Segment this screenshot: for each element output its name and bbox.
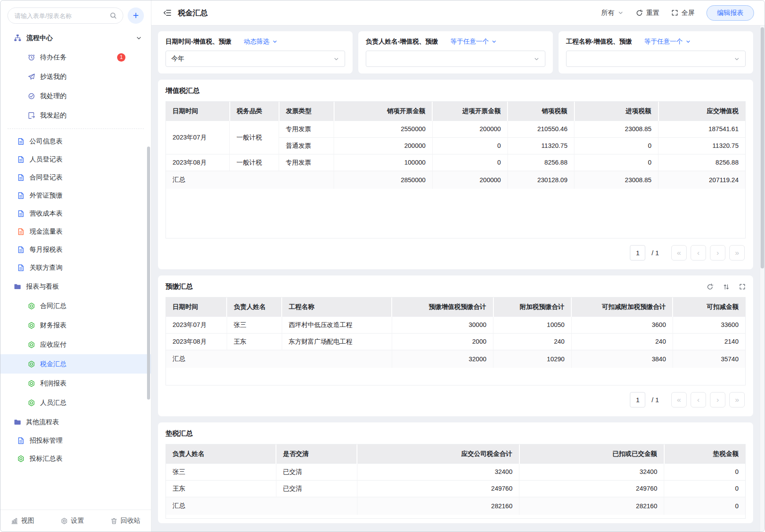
scope-label: 所有 [601,9,614,17]
refresh-icon[interactable] [706,283,714,290]
chevron-down-icon [491,39,497,44]
table-cell: 8256.88 [658,154,745,171]
report-target-icon [28,360,35,368]
sidebar-item-finance-report[interactable]: 财务报表 [0,316,151,335]
filter-op-link[interactable]: 等于任意一个 [450,37,497,46]
add-button[interactable]: + [128,7,144,24]
page-number-box[interactable]: 1 [630,392,645,407]
prepay-table: 日期时间 负责人姓名 工程名称 预缴增值税预缴合计 附加税预缴合计 可扣减附加税… [166,297,746,385]
reset-button[interactable]: 重置 [636,9,659,17]
next-page-button[interactable]: › [710,245,725,260]
sidebar-group-other-processes[interactable]: 其他流程表 [0,412,151,432]
chevron-down-icon[interactable] [136,35,142,41]
sidebar-item-bidding-management[interactable]: 招投标管理 [0,432,151,450]
views-button[interactable]: 视图 [11,517,34,525]
trash-icon [110,517,118,525]
sidebar-item-foreign-cert-prepay[interactable]: 外管证预缴 [0,187,151,205]
item-label: 投标汇总表 [29,455,63,463]
page-title: 税金汇总 [178,8,208,18]
sidebar-item-company-info[interactable]: 公司信息表 [0,132,151,150]
sidebar-scrollbar[interactable] [147,147,150,400]
search-input[interactable] [14,12,110,20]
table-cell: 282160 [357,497,519,515]
item-label: 税金汇总 [40,360,66,368]
sidebar-item-contract-summary[interactable]: 合同汇总 [0,296,151,316]
sidebar-item-handled-by-me[interactable]: 我处理的 [0,86,151,106]
next-page-button[interactable]: › [710,392,725,407]
gear-icon [61,517,68,525]
item-label: 外管证预缴 [29,191,63,200]
table-header-row: 负责人姓名 是否交清 应交公司税金合计 已扣或已交金额 垫税金额 [166,444,745,463]
sidebar-item-tax-summary[interactable]: 税金汇总 [0,354,151,374]
scope-dropdown[interactable]: 所有 [601,9,624,17]
sidebar-item-profit-report[interactable]: 利润报表 [0,374,151,393]
expand-icon[interactable] [739,283,746,290]
first-page-button[interactable]: « [671,245,687,260]
last-page-button[interactable]: » [729,392,745,407]
item-label: 关联方查询 [29,264,63,272]
filter-op-link[interactable]: 动态筛选 [244,37,278,46]
sidebar-item-personnel-register[interactable]: 人员登记表 [0,150,151,169]
vat-summary-card: 增值税汇总 日期时间 税务品类 发票类型 销项 [158,80,753,269]
table-header-row: 日期时间 负责人姓名 工程名称 预缴增值税预缴合计 附加税预缴合计 可扣减附加税… [166,297,745,316]
item-label: 人员汇总 [40,399,66,407]
sidebar-item-monthly-tax-report[interactable]: 每月报税表 [0,241,151,259]
folder-icon [14,283,21,290]
table-cell: 35740 [673,350,745,368]
prev-page-button[interactable]: ‹ [691,392,706,407]
sidebar-group-process-center[interactable]: 流程中心 [0,28,151,48]
check-circle-icon [28,92,35,100]
group-label: 其他流程表 [26,418,59,426]
sidebar-item-cash-flow[interactable]: 现金流量表 [0,223,151,241]
page-number-box[interactable]: 1 [630,245,645,260]
pagination: 1 / 1 « ‹ › » [166,385,746,412]
table-cell: 张三 [227,316,282,333]
table-cell: 200000 [334,137,433,154]
filter-owner-select[interactable] [366,51,545,67]
table-cell: 2023年07月 [166,316,227,333]
column-header: 进项开票金额 [432,102,508,121]
edit-report-button[interactable]: 编辑报表 [706,5,754,21]
sort-icon[interactable] [723,283,730,290]
sidebar-item-contract-register[interactable]: 合同登记表 [0,169,151,187]
sidebar-item-bid-summary[interactable]: 投标汇总表 [0,450,151,468]
filter-label: 工程名称-增值税、预缴 [566,37,632,46]
first-page-button[interactable]: « [671,392,687,407]
prev-page-button[interactable]: ‹ [691,245,706,260]
sidebar-item-todo-tasks[interactable]: 待办任务 1 [0,48,151,67]
report-target-icon [28,399,35,407]
sidebar-item-revenue-cost[interactable]: 营收成本表 [0,205,151,223]
document-icon [17,210,25,217]
filter-op-label: 动态筛选 [244,37,269,46]
recycle-bin-button[interactable]: 回收站 [110,517,140,525]
table-cell: 一般计税 [230,154,279,171]
table-cell: 2023年07月 [166,121,230,154]
sidebar-divider [7,128,144,129]
table-cell: 249760 [519,480,664,497]
sidebar-item-initiated-by-me[interactable]: 我发起的 [0,106,151,125]
main-scrollbar[interactable] [761,27,764,268]
settings-button[interactable]: 设置 [61,517,84,525]
item-label: 每月报税表 [29,246,63,254]
sidebar-group-reports-dashboards[interactable]: 报表与看板 [0,277,151,296]
sidebar-item-cc-to-me[interactable]: 抄送我的 [0,67,151,86]
filter-project-select[interactable] [566,51,746,67]
filter-date-select[interactable]: 今年 [166,51,345,67]
filter-op-link[interactable]: 等于任意一个 [644,37,691,46]
item-label: 人员登记表 [29,155,63,164]
sidebar-item-personnel-summary[interactable]: 人员汇总 [0,393,151,412]
last-page-button[interactable]: » [729,245,745,260]
document-icon [17,228,25,235]
table-cell: 240 [571,333,673,350]
sidebar-item-related-party-query[interactable]: 关联方查询 [0,259,151,277]
collapse-sidebar-icon[interactable] [163,8,172,17]
item-label: 招投标管理 [29,437,63,445]
summary-row: 汇总 2850000 200000 230128.09 23008.85 207… [166,171,745,189]
table-cell: 3840 [571,350,673,368]
table-cell: 210550.46 [508,121,574,137]
fullscreen-icon [671,9,678,16]
table-cell: 东方财富广场配电工程 [282,333,392,350]
fullscreen-button[interactable]: 全屏 [671,9,695,17]
table-cell: 已交清 [276,480,357,497]
sidebar-item-receivable-payable[interactable]: 应收应付 [0,335,151,354]
